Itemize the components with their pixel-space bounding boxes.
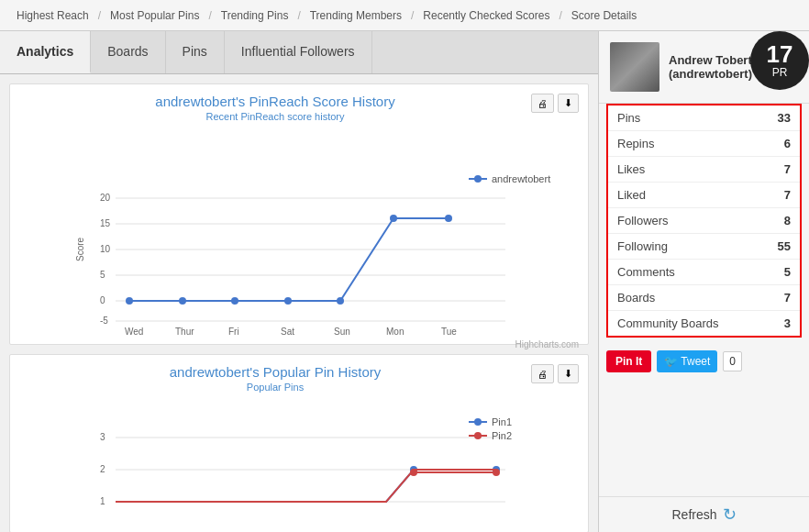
chart2-subtitle: Popular Pins: [19, 382, 579, 393]
tab-influential-followers[interactable]: Influential Followers: [225, 31, 372, 73]
tweet-label: Tweet: [681, 355, 710, 368]
chart1-download-button[interactable]: ⬇: [558, 94, 579, 113]
tweet-button[interactable]: 🐦 Tweet: [657, 350, 717, 372]
chart1-subtitle: Recent PinReach score history: [19, 111, 579, 122]
stat-row-comments: Comments 5: [608, 260, 800, 285]
svg-text:15: 15: [100, 218, 111, 228]
tab-analytics[interactable]: Analytics: [0, 31, 91, 73]
nav-trending-pins[interactable]: Trending Pins: [214, 9, 296, 22]
tab-boards[interactable]: Boards: [91, 31, 165, 73]
chart2-title: andrewtobert's Popular Pin History: [19, 364, 579, 380]
chart2-container: 🖨 ⬇ andrewtobert's Popular Pin History P…: [9, 354, 589, 532]
svg-text:Pin2: Pin2: [492, 430, 512, 441]
chart2-print-button[interactable]: 🖨: [531, 364, 554, 383]
chart1-toolbar: 🖨 ⬇: [531, 94, 579, 113]
svg-point-25: [390, 215, 397, 222]
chart1-container: 🖨 ⬇ andrewtobert's PinReach Score Histor…: [9, 83, 589, 345]
svg-point-22: [231, 297, 238, 305]
svg-text:0: 0: [100, 295, 105, 305]
refresh-label: Refresh: [671, 507, 716, 522]
svg-point-24: [337, 297, 344, 305]
stat-label-following: Following: [617, 239, 668, 253]
avatar-image: [610, 42, 659, 92]
chart2-download-button[interactable]: ⬇: [558, 364, 579, 383]
svg-text:2: 2: [100, 464, 105, 474]
stat-label-boards: Boards: [617, 291, 655, 305]
pr-badge: 17 PR: [750, 31, 809, 90]
stat-label-community-boards: Community Boards: [617, 316, 719, 330]
avatar: [610, 42, 659, 92]
tweet-count: 0: [723, 351, 742, 371]
stat-value-liked: 7: [784, 188, 791, 202]
chart1-print-button[interactable]: 🖨: [531, 94, 554, 113]
stat-label-pins: Pins: [617, 111, 640, 125]
stat-row-community-boards: Community Boards 3: [608, 311, 800, 336]
svg-point-28: [474, 175, 482, 183]
chart2-svg: 1 2 3: [19, 404, 579, 523]
svg-point-38: [410, 469, 417, 476]
pinit-button[interactable]: Pin It: [606, 350, 651, 372]
chart1-title: andrewtobert's PinReach Score History: [19, 94, 579, 109]
svg-text:Pin1: Pin1: [492, 416, 512, 427]
stat-value-following: 55: [778, 239, 791, 253]
svg-text:andrewtobert: andrewtobert: [492, 173, 550, 184]
svg-text:Score: Score: [75, 237, 85, 261]
svg-point-23: [284, 297, 292, 305]
svg-text:3: 3: [100, 432, 105, 442]
svg-text:Sat: Sat: [281, 327, 294, 335]
svg-point-44: [474, 432, 482, 439]
svg-text:-5: -5: [100, 316, 108, 326]
nav-most-popular-pins[interactable]: Most Popular Pins: [103, 9, 206, 22]
stats-box: Pins 33 Repins 6 Likes 7 Liked 7 Followe…: [606, 104, 802, 338]
stat-label-followers: Followers: [617, 214, 669, 227]
left-panel: Analytics Boards Pins Influential Follow…: [0, 31, 598, 532]
svg-text:Mon: Mon: [386, 327, 404, 335]
nav-highest-reach[interactable]: Highest Reach: [9, 9, 96, 22]
stat-value-likes: 7: [784, 162, 791, 176]
pr-label: PR: [772, 66, 788, 79]
svg-text:Wed: Wed: [125, 327, 143, 335]
svg-text:1: 1: [100, 496, 105, 506]
svg-text:Sun: Sun: [334, 327, 350, 335]
svg-point-41: [474, 418, 482, 426]
svg-point-39: [493, 469, 500, 476]
svg-text:5: 5: [100, 270, 105, 280]
chart1-credit: Highcharts.com: [19, 339, 579, 349]
svg-point-20: [126, 297, 133, 305]
stat-value-community-boards: 3: [784, 316, 791, 330]
stat-value-repins: 6: [784, 137, 791, 150]
action-buttons: Pin It 🐦 Tweet 0: [599, 345, 809, 378]
stat-row-repins: Repins 6: [608, 131, 800, 157]
stat-label-repins: Repins: [617, 137, 654, 150]
svg-point-21: [179, 297, 186, 305]
nav-recently-checked[interactable]: Recently Checked Scores: [416, 9, 557, 22]
svg-point-26: [445, 215, 452, 222]
stat-label-likes: Likes: [617, 162, 645, 176]
stat-label-comments: Comments: [617, 265, 675, 279]
refresh-button[interactable]: Refresh ↻: [599, 496, 809, 532]
chart2-toolbar: 🖨 ⬇: [531, 364, 579, 383]
bird-icon: 🐦: [664, 355, 678, 368]
stat-value-pins: 33: [778, 111, 791, 125]
stat-label-liked: Liked: [617, 188, 646, 202]
svg-text:Fri: Fri: [228, 327, 239, 335]
chart1-area: -5 0 5 10 15 20 Score Wed: [19, 133, 579, 335]
chart1-svg: -5 0 5 10 15 20 Score Wed: [19, 133, 579, 335]
nav-trending-members[interactable]: Trending Members: [303, 9, 409, 22]
stat-row-likes: Likes 7: [608, 157, 800, 183]
stat-row-pins: Pins 33: [608, 105, 800, 131]
stat-row-liked: Liked 7: [608, 183, 800, 208]
nav-score-details[interactable]: Score Details: [564, 9, 644, 22]
svg-text:10: 10: [100, 244, 111, 254]
stat-row-following: Following 55: [608, 234, 800, 260]
stat-value-comments: 5: [784, 265, 791, 279]
svg-text:Thur: Thur: [175, 327, 194, 335]
stat-value-followers: 8: [784, 214, 791, 227]
right-panel: 17 PR Andrew Tobert (andrewtobert) Pins …: [598, 31, 809, 532]
tab-pins[interactable]: Pins: [166, 31, 225, 73]
refresh-icon: ↻: [723, 504, 737, 525]
stat-value-boards: 7: [784, 291, 791, 305]
stat-row-followers: Followers 8: [608, 208, 800, 234]
main-layout: Analytics Boards Pins Influential Follow…: [0, 31, 809, 532]
top-navigation: Highest Reach / Most Popular Pins / Tren…: [0, 0, 809, 31]
